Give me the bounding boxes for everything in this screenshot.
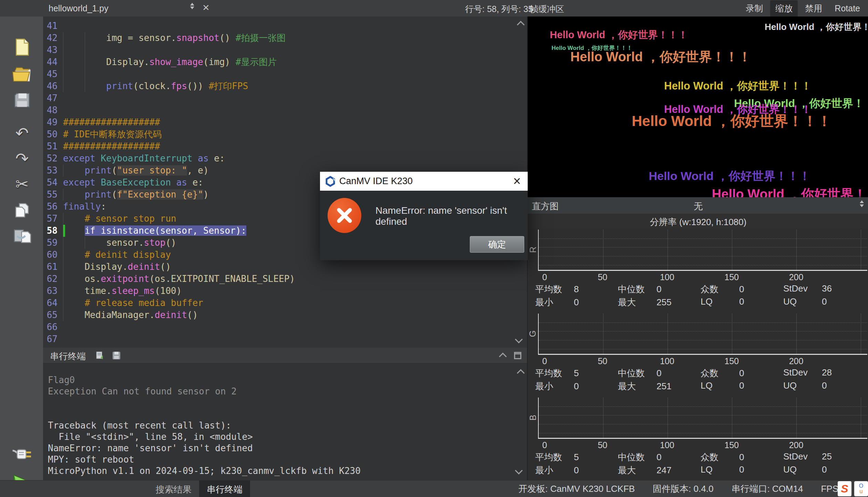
stat-label: 众数 [701, 451, 739, 463]
code-text: ################## [63, 140, 518, 152]
stat-cell: 中位数0 [618, 451, 701, 464]
bottom-tab-search-results[interactable]: 搜索结果 [148, 480, 199, 497]
stat-value: 25 [822, 451, 832, 462]
code-text: Display.deinit() [63, 261, 518, 273]
stat-label: 最大 [618, 464, 657, 476]
redo-icon[interactable]: ↷ [7, 148, 37, 169]
stat-value: 0 [739, 380, 744, 391]
line-number: 48 [43, 104, 63, 116]
stat-cell: UQ0 [783, 464, 866, 477]
tab-close-icon[interactable]: × [203, 1, 209, 14]
axis-tick: 0 [542, 440, 547, 450]
terminal-clear-icon[interactable] [94, 350, 106, 361]
status-info: 开发板: CanMV K230 LCKFB 固件版本: 0.4.0 串行端口: … [518, 480, 838, 497]
save-file-icon[interactable] [7, 89, 37, 111]
ok-button[interactable]: 确定 [470, 236, 524, 253]
paste-icon[interactable] [7, 225, 37, 246]
code-text: Display.show_image(img) #显示图片 [63, 56, 518, 68]
editor-scroll-up-icon[interactable] [515, 19, 525, 29]
indent-guide [85, 68, 85, 80]
line-number: 63 [43, 285, 63, 297]
histogram-combo-arrows-icon[interactable] [860, 200, 864, 207]
framebuffer-controls: 录制缩放禁用Rotate [741, 0, 865, 17]
axis-tick: 200 [789, 440, 804, 450]
terminal-scroll-up-icon[interactable] [515, 367, 525, 377]
terminal-scroll-down-icon[interactable] [515, 466, 525, 477]
stat-label: 最小 [535, 464, 574, 476]
editor-line: 45 [43, 68, 527, 80]
dialog-close-icon[interactable]: × [511, 174, 523, 189]
open-file-icon[interactable] [7, 63, 37, 84]
stat-label: StDev [783, 283, 822, 294]
stat-cell: LQ0 [701, 296, 783, 309]
axis-tick: 150 [724, 272, 739, 282]
tab-sort-arrows-icon[interactable] [190, 3, 194, 9]
stat-label: 最小 [535, 296, 574, 308]
fb-text: Hello World ，你好世界！！！ [649, 168, 810, 184]
stat-value: 0 [822, 296, 827, 307]
editor-line: 41 [43, 20, 527, 32]
line-number: 56 [43, 201, 63, 213]
histogram-mode-select[interactable]: 直方图 无 [528, 197, 868, 214]
record-button[interactable]: 录制 [741, 0, 768, 17]
connect-icon[interactable] [7, 444, 37, 465]
terminal-collapse-icon[interactable] [496, 350, 508, 361]
indent-guide [63, 165, 63, 177]
indent-guide [63, 261, 63, 273]
indent-guide [63, 285, 63, 297]
dialog-titlebar[interactable]: CanMV IDE K230 × [320, 172, 528, 191]
disable-button[interactable]: 禁用 [800, 0, 827, 17]
rotate-button[interactable]: Rotate [829, 1, 865, 16]
stat-cell: 中位数0 [618, 283, 701, 296]
stat-value: 0 [739, 464, 744, 475]
firmware-label: 固件版本: 0.4.0 [653, 483, 713, 495]
stat-label: 最大 [618, 380, 657, 392]
stat-label: UQ [783, 464, 822, 475]
ime-mode-icon[interactable]: Ou [854, 481, 868, 496]
editor-tab[interactable]: helloworld_1.py [49, 3, 108, 13]
stat-value: 0 [739, 284, 744, 294]
indent-guide [63, 273, 63, 285]
stat-value: 36 [822, 283, 832, 294]
line-number: 51 [43, 140, 63, 152]
undo-icon[interactable]: ↶ [7, 123, 37, 144]
editor-scroll-down-icon[interactable] [515, 335, 525, 346]
stat-value: 5 [574, 368, 579, 378]
copy-icon[interactable] [7, 200, 37, 221]
stat-cell: 平均数5 [535, 451, 618, 464]
indent-guide [63, 189, 63, 201]
stat-value: 0 [574, 465, 579, 475]
indent-guide [85, 80, 85, 92]
stat-label: LQ [701, 296, 739, 307]
editor-line: 47 [43, 92, 527, 104]
terminal-line [48, 397, 517, 409]
histogram-chart [538, 230, 867, 271]
stat-cell: LQ0 [701, 380, 783, 393]
terminal-save-log-icon[interactable] [111, 350, 122, 361]
dialog-body: NameError: name 'sensor' isn't defined 确… [320, 191, 528, 260]
new-file-icon[interactable] [7, 36, 37, 58]
stat-label: 中位数 [618, 451, 657, 463]
zoom-button[interactable]: 缩放 [770, 0, 798, 17]
stat-label: 众数 [701, 367, 739, 379]
dialog-message: NameError: name 'sensor' isn't defined [375, 205, 528, 227]
line-number: 49 [43, 116, 63, 128]
terminal-line [48, 409, 517, 420]
right-panel: Hello World ，你好世界！Hello World ，你好世界！！！He… [527, 17, 868, 480]
stat-cell: 最大251 [618, 380, 701, 393]
sogou-input-icon[interactable]: S [838, 481, 851, 496]
indent-guide [63, 213, 63, 225]
channel-label: B [528, 415, 538, 421]
terminal-maximize-icon[interactable] [512, 350, 524, 361]
cut-icon[interactable]: ✂ [7, 173, 37, 195]
terminal-output[interactable]: Flag0Exception Can not found sensor on 2… [48, 363, 517, 480]
top-bar: helloworld_1.py × 行号: 58, 列号: 35 帧缓冲区 录制… [0, 0, 868, 17]
editor-line: 46 print(clock.fps()) #打印FPS [43, 80, 527, 92]
stat-value: 0 [657, 284, 661, 294]
stat-value: 251 [657, 381, 671, 391]
code-text: # release media buffer [63, 297, 518, 309]
indent-guide [63, 249, 63, 261]
indent-guide [63, 309, 63, 321]
bottom-tab-serial-terminal[interactable]: 串行终端 [199, 480, 250, 497]
stat-value: 0 [657, 452, 661, 462]
